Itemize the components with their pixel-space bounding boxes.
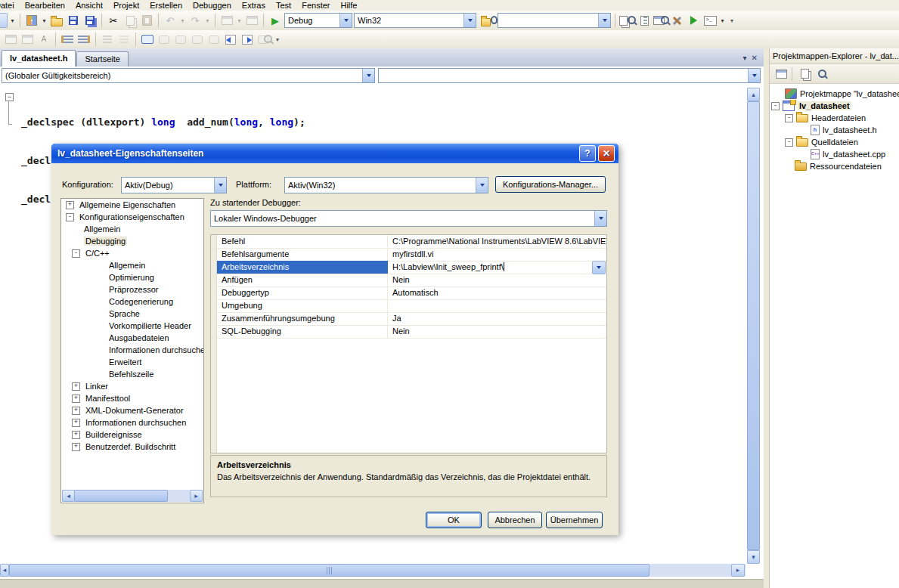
tree-item[interactable]: Optimierung — [61, 271, 203, 283]
navigate-forward-icon[interactable] — [244, 13, 259, 28]
start-debugging-icon[interactable]: ▶ — [268, 13, 283, 28]
redo-icon[interactable]: ↷ — [188, 13, 203, 28]
add-new-item-icon[interactable] — [24, 13, 39, 28]
members-combo[interactable] — [378, 68, 761, 83]
editor-horizontal-scrollbar[interactable]: ◂ ▸ — [0, 564, 746, 577]
value-dropdown-icon[interactable] — [592, 261, 606, 274]
object-browser-icon[interactable] — [653, 13, 668, 28]
decrease-indent-icon[interactable] — [60, 32, 75, 47]
grid-row-anfuegen[interactable]: Anfügen Nein — [217, 274, 606, 287]
tree-item-quelldateien[interactable]: - Quelldateien — [770, 136, 899, 148]
configuration-manager-button[interactable]: Konfigurations-Manager... — [495, 176, 606, 193]
panel-splitter[interactable] — [764, 48, 769, 588]
combo-dropdown-icon[interactable] — [339, 14, 352, 27]
scroll-left-icon[interactable]: ◂ — [0, 564, 9, 577]
tree-item-project[interactable]: - lv_datasheet — [770, 100, 899, 112]
help-icon[interactable]: ? — [579, 145, 596, 162]
redo-dropdown-icon[interactable]: ▾ — [204, 17, 211, 24]
tree-item-ressourcendateien[interactable]: Ressourcendateien — [770, 160, 899, 172]
increase-indent-icon[interactable] — [76, 32, 91, 47]
navigate-backward-dropdown-icon[interactable]: ▾ — [236, 17, 243, 24]
menu-item-debuggen[interactable]: Debuggen — [188, 1, 237, 10]
scroll-up-icon[interactable]: ▴ — [747, 88, 760, 101]
types-combo[interactable]: (Globaler Gültigkeitsbereich) — [2, 68, 375, 83]
add-new-item-dropdown-icon[interactable]: ▾ — [41, 17, 48, 24]
show-all-files-icon[interactable] — [797, 67, 812, 82]
navigate-backward-icon[interactable] — [219, 13, 234, 28]
toolbar-options-icon[interactable]: ▾ — [273, 37, 282, 42]
tree-item[interactable]: Allgemein — [61, 223, 203, 235]
tree-horizontal-scrollbar[interactable]: ◂ ▸ — [62, 490, 203, 502]
combo-dropdown-icon[interactable] — [598, 14, 610, 27]
menu-item-fenster[interactable]: Fenster — [296, 1, 335, 10]
grid-row-befehl[interactable]: Befehl C:\Programme\National Instruments… — [217, 235, 606, 249]
code-fold-toggle-icon[interactable]: − — [5, 93, 14, 101]
editor-vertical-scrollbar[interactable]: ▴ ▾ — [747, 88, 760, 564]
tree-item[interactable]: Befehlszeile — [61, 368, 203, 380]
previous-bookmark-icon[interactable] — [157, 32, 172, 47]
menu-item-bearbeiten[interactable]: Bearbeiten — [20, 1, 70, 10]
command-window-icon[interactable]: >_ — [702, 13, 718, 28]
cut-icon[interactable]: ✂ — [106, 13, 121, 28]
tree-item[interactable]: Allgemein — [61, 259, 203, 271]
combo-dropdown-icon[interactable] — [594, 211, 606, 226]
document-list-dropdown-icon[interactable]: ▾ — [743, 54, 747, 62]
tree-item[interactable]: +Benutzerdef. Buildschritt — [61, 441, 203, 453]
tree-item[interactable]: Erweitert — [61, 356, 203, 368]
tree-item[interactable]: Ausgabedateien — [61, 332, 203, 344]
tree-item[interactable]: -C/C++ — [61, 247, 203, 259]
tree-item[interactable]: +Informationen durchsuchen — [61, 416, 203, 429]
tree-item[interactable]: +XML-Dokument-Generator — [61, 404, 203, 416]
collapse-icon[interactable]: - — [785, 114, 793, 122]
tree-item-solution[interactable]: Projektmappe "lv_datasheet" — [770, 88, 899, 100]
menu-item-datei[interactable]: Datei — [0, 1, 20, 10]
toolbar-options-icon[interactable]: ▾ — [727, 18, 736, 23]
configuration-combo[interactable]: Aktiv(Debug) — [121, 177, 227, 193]
debugger-combo[interactable]: Lokaler Windows-Debugger — [210, 210, 607, 227]
grid-row-arbeitsverzeichnis[interactable]: Arbeitsverzeichnis H:\Labview\Init_sweep… — [217, 261, 606, 274]
menu-item-projekt[interactable]: Projekt — [108, 1, 144, 10]
toggle-bookmark-icon[interactable] — [140, 32, 155, 47]
dialog-title-bar[interactable]: lv_datasheet-Eigenschaftenseiten ? ✕ — [51, 144, 618, 163]
start-page-navigate-icon[interactable] — [686, 13, 701, 28]
window-list-dropdown-icon[interactable]: ▾ — [719, 17, 726, 24]
solution-configurations-combo[interactable]: Debug — [284, 13, 352, 28]
copy-icon[interactable] — [122, 13, 138, 28]
scroll-right-icon[interactable]: ▸ — [190, 490, 203, 502]
properties-icon[interactable] — [772, 67, 787, 82]
comment-selection-icon[interactable] — [100, 32, 115, 47]
tree-item-lv-datasheet-h[interactable]: h lv_datasheet.h — [770, 124, 899, 136]
close-document-icon[interactable]: ✕ — [752, 54, 758, 62]
tree-item-headerdateien[interactable]: - Headerdateien — [770, 112, 899, 124]
platform-combo[interactable]: Aktiv(Win32) — [284, 177, 488, 193]
open-file-icon[interactable] — [49, 13, 64, 28]
tab-startseite[interactable]: Startseite — [76, 51, 128, 67]
save-icon[interactable] — [66, 13, 81, 28]
paste-icon[interactable] — [139, 13, 154, 28]
tree-item[interactable]: +Manifesttool — [61, 392, 203, 404]
next-bookmark-document-icon[interactable] — [240, 32, 255, 47]
class-diagram-icon[interactable] — [814, 67, 829, 82]
next-bookmark-icon[interactable] — [173, 32, 188, 47]
tree-item[interactable]: Präprozessor — [61, 283, 203, 296]
previous-bookmark-document-icon[interactable] — [223, 32, 238, 47]
solution-explorer-title[interactable]: Projektmappen-Explorer - lv_dat... — [770, 48, 899, 64]
save-all-icon[interactable] — [82, 13, 98, 28]
apply-button[interactable]: Übernehmen — [546, 512, 603, 528]
display-word-completion-icon[interactable]: A — [36, 32, 51, 47]
next-bookmark-in-folder-icon[interactable] — [206, 32, 222, 47]
tree-item[interactable]: Informationen durchsuchen — [61, 344, 203, 356]
clipped-combo-dropdown-icon[interactable]: ▾ — [9, 17, 16, 24]
menu-item-hilfe[interactable]: Hilfe — [335, 1, 362, 10]
find-combo[interactable] — [498, 13, 611, 28]
combo-dropdown-icon[interactable] — [748, 69, 760, 82]
find-in-files-icon[interactable] — [481, 13, 496, 28]
display-parameter-info-icon[interactable] — [20, 32, 35, 47]
vertical-scroll-thumb[interactable] — [747, 101, 760, 550]
tree-item[interactable]: -Konfigurationseigenschaften — [61, 211, 203, 223]
previous-bookmark-in-folder-icon[interactable] — [190, 32, 205, 47]
toolbox-icon[interactable] — [669, 13, 684, 28]
grid-row-umgebung[interactable]: Umgebung — [217, 299, 606, 313]
undo-dropdown-icon[interactable]: ▾ — [179, 17, 186, 24]
tree-item[interactable]: +Buildereignisse — [61, 429, 203, 441]
